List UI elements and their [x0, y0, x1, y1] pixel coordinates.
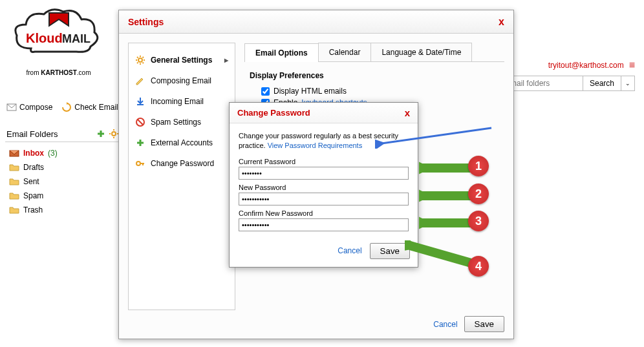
compose-button[interactable]: Compose [6, 102, 52, 112]
logo-brand2: MAIL [62, 32, 91, 45]
settings-save-button[interactable]: Save [464, 316, 504, 332]
search-input[interactable] [506, 76, 583, 90]
input-confirm-password[interactable] [239, 218, 409, 231]
folder-icon [9, 191, 19, 201]
logo: Kloud MAIL from KARTHOST.com [12, 6, 105, 76]
svg-rect-16 [137, 104, 144, 105]
input-current-password[interactable] [239, 167, 409, 180]
nav-spam-settings[interactable]: Spam Settings [129, 112, 235, 132]
nav-spam-label: Spam Settings [151, 118, 201, 127]
folder-spam[interactable]: Spam [5, 189, 120, 203]
user-email[interactable]: tryitout@karthost.com [548, 61, 624, 70]
close-icon[interactable]: x [405, 107, 410, 118]
folders-header-label: Email Folders [6, 129, 58, 139]
folder-drafts-label: Drafts [23, 163, 44, 172]
nav-general-label: General Settings [151, 56, 212, 65]
settings-tabs: Email Options Calendar Language & Date/T… [244, 43, 504, 62]
folder-trash-label: Trash [23, 205, 43, 215]
folder-sent[interactable]: Sent [5, 174, 120, 189]
label-html-emails: Display HTML emails [274, 87, 347, 96]
download-icon [135, 96, 145, 107]
label-confirm-password: Confirm New Password [239, 209, 409, 217]
folder-drafts[interactable]: Drafts [5, 160, 120, 174]
display-preferences-header: Display Preferences [250, 71, 499, 80]
gear-icon [135, 55, 145, 65]
tab-email-options[interactable]: Email Options [244, 43, 319, 62]
input-new-password[interactable] [239, 193, 409, 205]
check-email-label: Check Email [74, 103, 118, 112]
search-dropdown[interactable]: ⌄ [621, 76, 634, 90]
tab-language[interactable]: Language & Date/Time [370, 43, 472, 61]
pencil-icon [135, 76, 145, 86]
settings-title: Settings [128, 17, 164, 27]
nav-general-settings[interactable]: General Settings ▶ [129, 50, 235, 70]
folder-trash[interactable]: Trash [5, 203, 120, 217]
block-icon [135, 117, 145, 127]
menu-icon[interactable]: ≡ [629, 59, 635, 71]
change-password-modal: Change Password x Change your password r… [229, 102, 418, 268]
folder-inbox-label: Inbox [23, 149, 44, 158]
search-button[interactable]: Search [583, 76, 621, 90]
gear-icon[interactable] [109, 129, 119, 139]
compose-label: Compose [19, 103, 52, 112]
checkbox-html-emails[interactable] [261, 87, 270, 96]
svg-point-1 [112, 132, 116, 136]
svg-line-15 [143, 57, 144, 58]
svg-point-7 [138, 58, 142, 62]
label-current-password: Current Password [239, 158, 409, 165]
inbox-icon [9, 148, 19, 158]
svg-line-14 [137, 63, 138, 64]
tab-calendar[interactable]: Calendar [318, 43, 372, 61]
chevron-right-icon: ▶ [224, 58, 228, 63]
nav-incoming-label: Incoming Email [151, 97, 204, 106]
svg-line-12 [137, 57, 138, 58]
logo-brand1: Kloud [26, 31, 63, 45]
folder-icon [9, 205, 19, 215]
settings-nav: General Settings ▶ Composing Email Incom… [128, 43, 235, 310]
folder-sent-label: Sent [23, 177, 39, 186]
folder-icon [9, 162, 19, 173]
folder-inbox[interactable]: Inbox (3) [5, 146, 120, 160]
add-folder-icon[interactable] [96, 129, 106, 139]
folder-icon [9, 176, 19, 187]
svg-point-19 [136, 162, 140, 165]
link-password-requirements[interactable]: View Password Requirements [268, 142, 363, 149]
nav-incoming-email[interactable]: Incoming Email [129, 91, 235, 112]
password-cancel-button[interactable]: Cancel [338, 246, 361, 255]
label-new-password: New Password [239, 184, 409, 191]
logo-tagline: from KARTHOST.com [12, 69, 105, 76]
svg-line-18 [138, 120, 143, 125]
folder-spam-label: Spam [23, 191, 43, 200]
nav-change-password[interactable]: Change Password [129, 153, 235, 174]
email-folders-panel: Email Folders Inbox (3) Drafts Sent Spam… [5, 126, 120, 217]
svg-line-13 [143, 63, 144, 64]
search-bar: Search ⌄ [506, 76, 635, 91]
plus-icon [135, 138, 145, 148]
password-description: Change your password regularly as a best… [239, 131, 409, 151]
key-icon [135, 158, 145, 169]
nav-composing-label: Composing Email [151, 76, 211, 85]
nav-change-password-label: Change Password [151, 159, 214, 168]
folder-inbox-count: (3) [48, 149, 58, 158]
password-save-button[interactable]: Save [370, 243, 410, 259]
nav-external-accounts[interactable]: External Accounts [129, 132, 235, 153]
close-icon[interactable]: x [499, 16, 504, 28]
settings-cancel-button[interactable]: Cancel [433, 320, 457, 329]
refresh-icon [61, 102, 72, 112]
change-password-title: Change Password [237, 108, 310, 118]
check-email-button[interactable]: Check Email [61, 102, 118, 112]
envelope-icon [6, 102, 17, 112]
nav-composing-email[interactable]: Composing Email [129, 70, 235, 91]
nav-external-label: External Accounts [151, 138, 213, 147]
